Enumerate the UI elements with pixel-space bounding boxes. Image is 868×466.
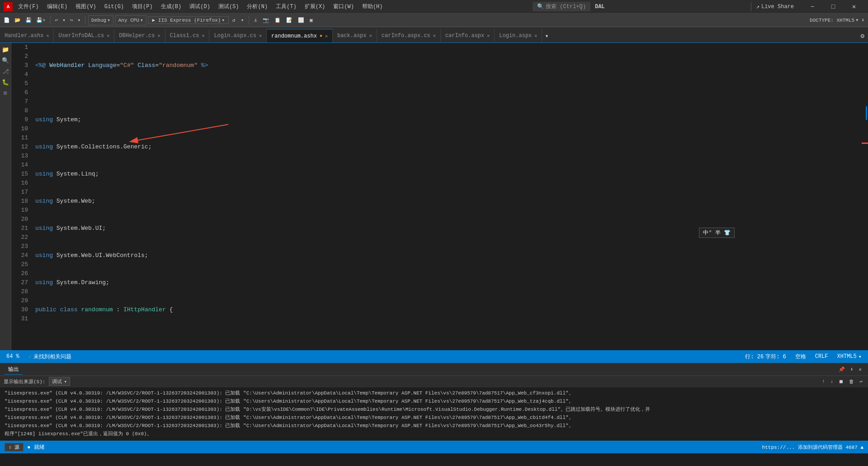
editor[interactable]: 1 2 3 4 5 6 7 8 9 10 11 12 13 14 15 16 1… [11,43,868,350]
panel-collapse-button[interactable]: ⬇ [849,366,855,373]
panel-down-button[interactable]: ↓ [829,378,835,385]
no-issues-indicator[interactable]: ✓ 未找到相关问题 [27,353,73,361]
live-share-button[interactable]: ↗ Live Share [751,2,798,11]
tab-class1-close[interactable]: ✕ [202,33,204,38]
language-indicator[interactable]: XHTML5 ▾ [835,353,863,360]
panel-close-button[interactable]: ✕ [857,366,863,373]
tab-settings-button[interactable]: ⚙ [857,29,868,43]
close-button[interactable]: ✕ [844,0,864,14]
redo-dropdown-button[interactable]: ▾ [75,16,82,24]
tab-login-aspx-cs[interactable]: Login.aspx.cs ✕ [209,29,267,43]
tab-back-aspx[interactable]: back.aspx ✕ [333,29,377,43]
tab-randomnum[interactable]: randomnum.ashx ● ✕ [267,29,333,43]
tab-login-aspx[interactable]: Login.aspx ✕ [495,29,542,43]
tab-carinfo-aspx[interactable]: carInfo.aspx ✕ [441,29,495,43]
save-all-button[interactable]: 💾+ [34,16,47,24]
activity-debug[interactable]: 🐛 [0,77,10,87]
output-tab[interactable]: 输出 [5,365,23,375]
align-left-button[interactable]: ⬜ [296,16,306,24]
editor-scrollbar[interactable] [862,43,868,350]
code-line-8: using System.Web.UI.WebControls; [35,251,858,260]
tab-back-aspx-close[interactable]: ✕ [369,33,372,38]
tab-handler[interactable]: Handler.ashx ✕ [0,29,54,43]
scroll-thumb[interactable] [866,106,867,120]
tab-carinfo-aspx-close[interactable]: ✕ [487,33,490,38]
menu-extensions[interactable]: 扩展(X) [301,2,329,11]
spaces-indicator[interactable]: 空格 [793,353,808,361]
panel-pin-button[interactable]: 📌 [837,366,847,373]
open-folder-button[interactable]: 📂 [13,16,23,24]
tab-login-aspx-cs-label: Login.aspx.cs [214,33,256,39]
undo-dropdown-button[interactable]: ▾ [61,16,67,24]
tab-class1[interactable]: Class1.cs ✕ [165,29,210,43]
minimize-button[interactable]: − [802,0,823,14]
redo-button[interactable]: ↪ [68,16,75,24]
status-right-text: https://... 添加到源代码管理器 4687 ▲ [762,445,863,450]
schema-button[interactable]: ⬇ [859,16,866,24]
project-name: DAL [595,4,605,10]
encoding-label: CRLF [815,353,828,360]
tab-handler-close[interactable]: ✕ [46,33,49,38]
panel-up-button[interactable]: ↑ [820,378,827,385]
output-area[interactable]: "iisexpress.exe" (CLR v4.0.30319: /LM/W3… [0,387,868,441]
undo-button[interactable]: ↩ [53,16,60,24]
menu-test[interactable]: 测试(S) [215,2,243,11]
menu-edit[interactable]: 编辑(E) [43,2,71,11]
new-file-button[interactable]: 📄 [2,16,12,24]
toolbar: 📄 📂 💾 💾+ ↩ ▾ ↪ ▾ Debug ▾ Any CPU ▾ ▶ IIS… [0,14,868,27]
attach-button[interactable]: ⚓ [252,16,259,24]
debug-config-dropdown[interactable]: Debug ▾ [88,15,113,25]
panel-wrap-button[interactable]: ↩ [858,378,864,385]
code-area[interactable]: <%@ WebHandler Language="C#" Class="rand… [32,43,862,350]
activity-explorer[interactable]: 📁 [0,45,10,55]
menu-git[interactable]: Git(G) [101,3,127,11]
tab-login-aspx-close[interactable]: ✕ [534,33,537,38]
toolbar-separator [249,16,249,25]
screenshot-button[interactable]: 📷 [261,16,271,24]
tab-scroll-button[interactable]: ▾ [542,29,551,43]
panel-clear-button[interactable]: 🗑 [847,378,856,385]
search-input[interactable]: 搜索 (Ctrl+Q) [546,3,586,10]
activity-extensions[interactable]: ⊞ [0,88,10,98]
tab-userinfodal[interactable]: UserInfoDAL.cs ✕ [54,29,114,43]
cpu-config-dropdown[interactable]: Any CPU ▾ [115,15,146,25]
source-safe-button[interactable]: ⇧ 源 [5,443,24,452]
menu-tools[interactable]: 工具(T) [272,2,300,11]
refresh-button[interactable]: ↺ [231,16,237,24]
toolbar-file-group: 📄 📂 💾 💾+ [2,16,51,24]
menu-project[interactable]: 项目(P) [128,2,156,11]
panel-stop-button[interactable]: ⏹ [837,378,845,385]
activity-git[interactable]: ⎇ [0,67,10,76]
save-button[interactable]: 💾 [24,16,33,24]
source-dropdown[interactable]: 调试 ▾ [49,377,70,386]
encoding-indicator[interactable]: CRLF [813,353,830,360]
menu-file[interactable]: 文件(F) [14,2,42,11]
menu-view[interactable]: 视图(V) [72,2,100,11]
activity-search[interactable]: 🔍 [0,56,10,66]
refresh-dropdown-button[interactable]: ▾ [239,16,246,24]
tab-dbhelper-close[interactable]: ✕ [158,33,160,38]
tab-carinfo-aspx-cs-label: carInfo.aspx.cs [382,33,430,39]
menu-debug[interactable]: 调试(D) [186,2,214,11]
code-line-5: using System.Linq; [35,170,858,179]
menu-window[interactable]: 窗口(W) [330,2,358,11]
tab-dbhelper[interactable]: DBHelper.cs ✕ [114,29,165,43]
copy-button[interactable]: 📋 [273,16,283,24]
tab-randomnum-close[interactable]: ✕ [325,33,328,39]
code-line-9: using System.Drawing; [35,278,858,287]
align-right-button[interactable]: ▣ [308,16,315,24]
tab-userinfodal-close[interactable]: ✕ [107,33,109,38]
tab-carinfo-aspx-cs-close[interactable]: ✕ [433,33,436,38]
cursor-position[interactable]: 行: 26 字符: 6 [743,353,788,361]
vs-icon: A [4,2,13,11]
code-line-11 [35,333,858,342]
menu-analyze[interactable]: 分析(N) [243,2,271,11]
maximize-button[interactable]: □ [823,0,844,14]
menu-build[interactable]: 生成(B) [157,2,185,11]
menu-help[interactable]: 帮助(H) [359,2,387,11]
tab-login-aspx-cs-close[interactable]: ✕ [259,33,262,38]
zoom-control[interactable]: 64 % [5,353,21,360]
paste-button[interactable]: 📝 [284,16,294,24]
run-button[interactable]: ▶ IIS Express (Firefox) ▾ [148,16,229,24]
tab-carinfo-aspx-cs[interactable]: carInfo.aspx.cs ✕ [377,29,441,43]
